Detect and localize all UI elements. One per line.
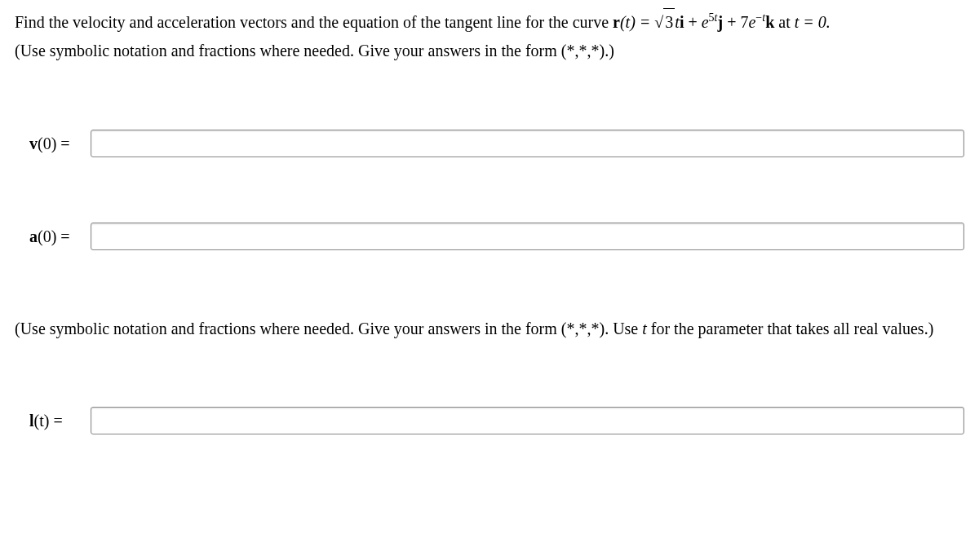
label-a0: a(0) =: [29, 227, 82, 246]
instruction-2: (Use symbolic notation and fractions whe…: [15, 315, 964, 342]
label-lt: l(t) =: [29, 412, 82, 430]
problem-intro: Find the velocity and acceleration vecto…: [15, 13, 613, 31]
answer-row-l: l(t) =: [29, 407, 964, 434]
answer-row-v: v(0) =: [29, 130, 964, 157]
problem-statement: Find the velocity and acceleration vecto…: [15, 8, 964, 35]
problem-t-value: t = 0.: [795, 13, 831, 31]
input-lt[interactable]: [91, 407, 964, 434]
answer-row-a: a(0) =: [29, 223, 964, 250]
label-v0: v(0) =: [29, 134, 82, 153]
instruction-1: (Use symbolic notation and fractions whe…: [15, 42, 964, 60]
input-v0[interactable]: [91, 130, 964, 157]
problem-equation: r(t) = 3ti + e5tj + 7e−tk: [613, 13, 778, 31]
input-a0[interactable]: [91, 223, 964, 250]
